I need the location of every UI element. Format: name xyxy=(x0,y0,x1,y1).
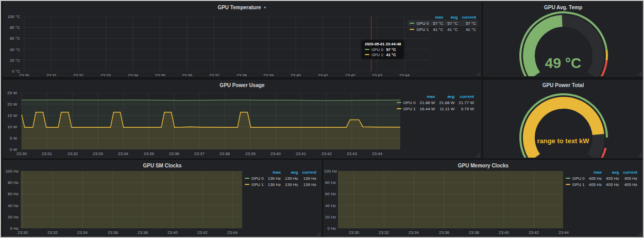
legend-value: 9.79 W xyxy=(456,106,476,112)
series-color-dash-icon xyxy=(365,49,369,50)
legend-series-row: GPU 116.44 W11.11 W9.79 W xyxy=(395,106,476,112)
y-axis-tick-label: 80 Hz xyxy=(4,180,19,185)
panel-title-gpu-temperature[interactable]: GPU Temperature▼ xyxy=(4,5,481,10)
x-axis-tick-label: 23:34 xyxy=(128,73,138,77)
y-axis-tick-label: 20 W xyxy=(4,102,17,107)
grafana-dashboard: GPU Temperature▼ maxavgcurrentGPU 057 °C… xyxy=(0,0,644,238)
x-axis-tick-label: 23:44 xyxy=(558,230,569,235)
x-axis-tick-label: 23:32 xyxy=(379,230,389,235)
x-axis-tick-label: 23:38 xyxy=(469,230,479,235)
y-axis-tick-label: 40 Hz xyxy=(324,203,336,208)
x-axis-tick-label: 23:33 xyxy=(93,151,103,156)
legend-column-header-avg[interactable]: avg xyxy=(445,14,460,20)
gauge-value-text: range to text kW xyxy=(484,137,642,145)
y-axis-tick-label: 20 °C xyxy=(4,58,20,63)
panel-title-gpu-power-usage[interactable]: GPU Power Usage xyxy=(4,82,481,88)
x-axis-tick-label: 23:30 xyxy=(16,151,27,156)
legend-column-header-current[interactable]: current xyxy=(456,93,476,99)
x-axis-tick-label: 23:32 xyxy=(73,73,83,77)
legend-value: 405 Hz xyxy=(604,175,621,181)
x-axis-tick-label: 23:31 xyxy=(42,151,52,156)
series-color-dash-icon xyxy=(410,29,414,30)
panel-gpu-sm-clocks: GPU SM Clocks maxavgcurrentGPU 0139 Hz13… xyxy=(3,160,321,237)
legend-series-name[interactable]: GPU 1 xyxy=(564,181,587,188)
x-axis-tick-label: 23:36 xyxy=(182,73,192,77)
series-color-dash-icon xyxy=(397,108,401,109)
legend-column-header-max[interactable]: max xyxy=(431,14,445,20)
legend-column-header-avg[interactable]: avg xyxy=(437,93,456,99)
panel-resize-handle[interactable] xyxy=(316,231,320,236)
graph-legend: maxavgcurrentGPU 0139 Hz139 Hz139 HzGPU … xyxy=(243,169,318,188)
x-axis-tick-label: 23:42 xyxy=(345,73,355,77)
legend-value: 21.68 W xyxy=(437,99,456,106)
legend-column-header-max[interactable]: max xyxy=(266,169,283,175)
legend-value: 139 Hz xyxy=(283,175,300,181)
legend-series-row: GPU 1139 Hz139 Hz139 Hz xyxy=(243,181,318,188)
y-axis-tick-label: 40 Hz xyxy=(4,203,19,208)
panel-title-gpu-sm-clocks[interactable]: GPU SM Clocks xyxy=(4,163,321,168)
legend-series-name[interactable]: GPU 0 xyxy=(243,175,266,181)
legend-value: 21.86 W xyxy=(418,99,437,106)
legend-column-header-current[interactable]: current xyxy=(300,169,318,175)
y-axis-tick-label: 80 Hz xyxy=(324,180,336,185)
x-axis-tick-label: 23:36 xyxy=(169,151,179,156)
series-color-dash-icon xyxy=(365,54,369,55)
series-color-dash-icon xyxy=(245,184,249,185)
legend-value: 405 Hz xyxy=(621,175,639,181)
legend-column-header-current[interactable]: current xyxy=(621,169,639,175)
legend-series-row: GPU 0405 Hz405 Hz405 Hz xyxy=(564,175,639,181)
legend-value: 41 °C xyxy=(460,26,478,32)
series-color-dash-icon xyxy=(566,184,570,185)
x-axis-tick-label: 23:35 xyxy=(155,73,165,77)
memory-clocks-plot-area[interactable] xyxy=(338,171,563,228)
legend-series-row: GPU 0139 Hz139 Hz139 Hz xyxy=(243,175,318,181)
tooltip-series-row: GPU 1:41 °C xyxy=(365,53,401,57)
graph-legend: maxavgcurrentGPU 057 °C57 °C57 °CGPU 141… xyxy=(408,14,478,32)
y-axis-tick-label: 0 Hz xyxy=(324,226,336,231)
y-axis-tick-label: 60 Hz xyxy=(4,192,19,196)
legend-series-name[interactable]: GPU 0 xyxy=(564,175,587,181)
tooltip-timestamp: 2020-05-01 23:44:48 xyxy=(365,42,401,46)
x-axis-tick-label: 23:38 xyxy=(236,73,247,77)
panel-title-text: GPU Temperature xyxy=(217,5,261,10)
x-axis-tick-label: 23:39 xyxy=(245,151,256,156)
legend-series-row: GPU 021.86 W21.68 W21.77 W xyxy=(395,99,476,106)
legend-header-spacer xyxy=(408,14,431,20)
panel-gpu-memory-clocks: GPU Memory Clocks maxavgcurrentGPU 0405 … xyxy=(324,160,643,237)
legend-value: 16.44 W xyxy=(418,106,437,112)
legend-series-name[interactable]: GPU 0 xyxy=(408,20,431,26)
power-plot-area[interactable] xyxy=(19,93,400,149)
panel-resize-handle[interactable] xyxy=(637,231,642,236)
legend-column-header-max[interactable]: max xyxy=(587,169,604,175)
legend-column-header-avg[interactable]: avg xyxy=(604,169,621,175)
x-axis-tick-label: 23:40 xyxy=(270,151,281,156)
x-axis-tick-label: 23:42 xyxy=(321,151,332,156)
legend-column-header-max[interactable]: max xyxy=(418,93,437,99)
legend-value: 139 Hz xyxy=(266,175,283,181)
sm-clocks-plot-area[interactable] xyxy=(21,171,242,228)
panel-title-text: GPU SM Clocks xyxy=(143,163,181,168)
panel-resize-handle[interactable] xyxy=(476,71,480,76)
legend-column-header-current[interactable]: current xyxy=(460,14,478,20)
panel-title-gpu-memory-clocks[interactable]: GPU Memory Clocks xyxy=(324,163,642,168)
legend-value: 139 Hz xyxy=(300,175,318,181)
y-axis-tick-label: 40 °C xyxy=(4,47,20,52)
legend-series-name[interactable]: GPU 1 xyxy=(243,181,266,188)
y-axis-tick-label: 60 Hz xyxy=(324,192,336,196)
legend-header-spacer xyxy=(564,169,587,175)
legend-column-header-avg[interactable]: avg xyxy=(283,169,300,175)
panel-resize-handle[interactable] xyxy=(476,152,480,157)
legend-value: 57 °C xyxy=(460,20,478,26)
legend-value: 405 Hz xyxy=(604,181,621,188)
legend-series-row: GPU 1405 Hz405 Hz405 Hz xyxy=(564,181,639,188)
x-axis-tick-label: 23:44 xyxy=(372,151,382,156)
legend-value: 57 °C xyxy=(431,20,445,26)
legend-series-name[interactable]: GPU 0 xyxy=(395,99,418,106)
series-color-dash-icon xyxy=(245,178,249,179)
legend-series-name[interactable]: GPU 1 xyxy=(395,106,418,112)
series-color-dash-icon xyxy=(410,23,414,24)
x-axis-tick-label: 23:34 xyxy=(77,230,88,235)
legend-series-name[interactable]: GPU 1 xyxy=(408,26,431,32)
legend-series-row: GPU 141 °C41 °C41 °C xyxy=(408,26,478,32)
x-axis-tick-label: 23:43 xyxy=(372,73,382,77)
